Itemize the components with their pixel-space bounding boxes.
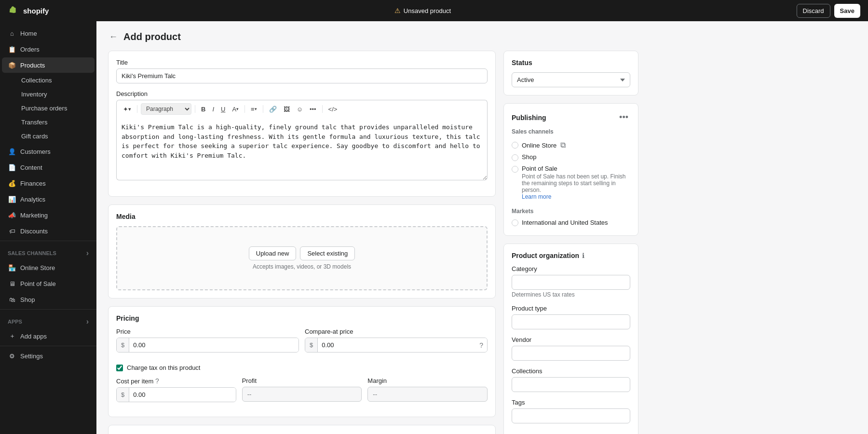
toolbar-italic-btn[interactable]: I [210, 104, 217, 114]
media-dropzone: Upload new Select existing Accepts image… [116, 226, 488, 290]
sidebar-item-label: Analytics [20, 196, 45, 203]
discounts-icon: 🏷 [8, 227, 16, 235]
sidebar-item-gift-cards[interactable]: Gift cards [15, 129, 95, 143]
online-store-icon: 🏪 [8, 263, 16, 272]
toolbar-underline-btn[interactable]: U [218, 104, 228, 114]
charge-tax-row: Charge tax on this product [116, 364, 488, 371]
sidebar-item-label: Add apps [20, 333, 47, 340]
expand-icon[interactable]: › [86, 249, 89, 258]
market-name-intl: International and United States [522, 219, 608, 226]
sidebar-item-label: Collections [21, 77, 52, 84]
media-card: Media Upload new Select existing Accepts… [108, 204, 496, 298]
vendor-input[interactable] [512, 346, 630, 361]
back-button[interactable]: ← [108, 31, 119, 43]
sidebar-item-add-apps[interactable]: ＋ Add apps [2, 328, 95, 344]
sidebar-item-label: Online Store [20, 264, 55, 271]
cost-per-item-input[interactable] [129, 388, 235, 402]
toolbar-color-btn[interactable]: A ▾ [230, 104, 241, 114]
sidebar-item-collections[interactable]: Collections [15, 73, 95, 87]
right-panel: Status Active Draft Publishing ••• Sales… [503, 51, 638, 434]
sales-channels-section: Sales channels › [0, 243, 96, 259]
content-grid: Title Description ✦ ▾ Paragraph B [108, 51, 638, 434]
sidebar-item-marketing[interactable]: 📣 Marketing [2, 207, 95, 223]
category-input[interactable] [512, 275, 630, 290]
compare-at-price-form-group: Compare-at price $ ? [305, 328, 488, 353]
vendor-label: Vendor [512, 336, 630, 343]
compare-currency: $ [305, 338, 318, 352]
sidebar-item-discounts[interactable]: 🏷 Discounts [2, 223, 95, 239]
sidebar-item-label: Transfers [21, 119, 47, 126]
content-icon: 📄 [8, 163, 16, 172]
sidebar-item-inventory[interactable]: Inventory [15, 87, 95, 101]
sidebar-item-point-of-sale[interactable]: 🖥 Point of Sale [2, 276, 95, 291]
sidebar-item-content[interactable]: 📄 Content [2, 160, 95, 175]
toolbar-more-btn[interactable]: ••• [307, 104, 319, 114]
channel-name-pos: Point of Sale [522, 165, 630, 172]
toolbar-bold-btn[interactable]: B [199, 104, 208, 114]
collections-input[interactable] [512, 377, 630, 392]
title-input[interactable] [116, 68, 488, 83]
expand-apps-icon[interactable]: › [86, 317, 89, 326]
page-header: ← Add product [108, 31, 856, 43]
sidebar-item-label: Purchase orders [21, 105, 67, 112]
category-label: Category [512, 265, 630, 272]
sidebar-item-label: Shop [20, 296, 35, 303]
toolbar-magic-btn[interactable]: ✦ ▾ [121, 104, 134, 114]
publishing-more-button[interactable]: ••• [617, 111, 630, 123]
learn-more-link[interactable]: Learn more [522, 193, 551, 200]
product-type-form-group: Product type [512, 305, 630, 329]
toolbar-align-btn[interactable]: ≡ ▾ [248, 104, 259, 114]
channel-item-shop: Shop [512, 151, 630, 163]
sidebar-item-purchase-orders[interactable]: Purchase orders [15, 101, 95, 115]
product-org-card: Product organization ℹ Category Determin… [503, 244, 638, 434]
toolbar-link-btn[interactable]: 🔗 [267, 104, 279, 114]
product-org-info-icon[interactable]: ℹ [582, 252, 584, 259]
toolbar-emoji-btn[interactable]: ☺ [294, 104, 305, 114]
sidebar-item-settings[interactable]: ⚙ Settings [2, 348, 95, 364]
sidebar-item-customers[interactable]: 👤 Customers [2, 144, 95, 159]
upload-new-button[interactable]: Upload new [249, 246, 297, 260]
toolbar-source-btn[interactable]: </> [326, 104, 340, 114]
orders-icon: 📋 [8, 45, 16, 54]
unsaved-label: Unsaved product [404, 7, 451, 14]
products-submenu: Collections Inventory Purchase orders Tr… [0, 73, 96, 143]
sidebar-item-orders[interactable]: 📋 Orders [2, 41, 95, 57]
paragraph-select[interactable]: Paragraph [141, 103, 191, 115]
status-select[interactable]: Active Draft [512, 72, 630, 87]
save-button[interactable]: Save [834, 4, 860, 18]
category-form-group: Category Determines US tax rates [512, 265, 630, 298]
warning-icon: ⚠ [394, 7, 401, 14]
title-description-card: Title Description ✦ ▾ Paragraph B [108, 51, 496, 197]
product-type-input[interactable] [512, 314, 630, 329]
analytics-icon: 📊 [8, 195, 16, 203]
product-org-title: Product organization [512, 252, 579, 259]
select-existing-button[interactable]: Select existing [300, 246, 355, 260]
marketing-icon: 📣 [8, 211, 16, 219]
profit-input [242, 387, 362, 402]
profit-form-group: Profit [242, 377, 362, 402]
sidebar-item-online-store[interactable]: 🏪 Online Store [2, 260, 95, 275]
toolbar-image-btn[interactable]: 🖼 [281, 104, 292, 114]
margin-form-group: Margin [367, 377, 488, 402]
sidebar-item-products[interactable]: 📦 Products [2, 57, 95, 73]
sidebar-item-transfers[interactable]: Transfers [15, 115, 95, 129]
inventory-card: Inventory [108, 425, 496, 434]
tags-label: Tags [512, 399, 630, 406]
sidebar-item-home[interactable]: ⌂ Home [2, 26, 95, 41]
sidebar-item-label: Gift cards [21, 133, 48, 140]
discard-button[interactable]: Discard [797, 4, 830, 18]
charge-tax-checkbox[interactable] [116, 365, 123, 371]
sidebar-item-shop[interactable]: 🛍 Shop [2, 292, 95, 307]
topbar-actions: Discard Save [797, 4, 860, 18]
sidebar-item-finances[interactable]: 💰 Finances [2, 176, 95, 191]
home-icon: ⌂ [8, 29, 16, 38]
pricing-card: Pricing Price $ Compare-at price [108, 306, 496, 417]
compare-at-price-input[interactable] [318, 338, 487, 352]
tags-input[interactable] [512, 408, 630, 423]
price-form-group: Price $ [116, 328, 299, 353]
customers-icon: 👤 [8, 147, 16, 156]
price-input[interactable] [129, 338, 298, 352]
sidebar-item-analytics[interactable]: 📊 Analytics [2, 191, 95, 207]
shop-icon: 🛍 [8, 295, 16, 304]
description-textarea[interactable]: Kiki's Premium Talc is a high-quality, f… [116, 118, 488, 180]
